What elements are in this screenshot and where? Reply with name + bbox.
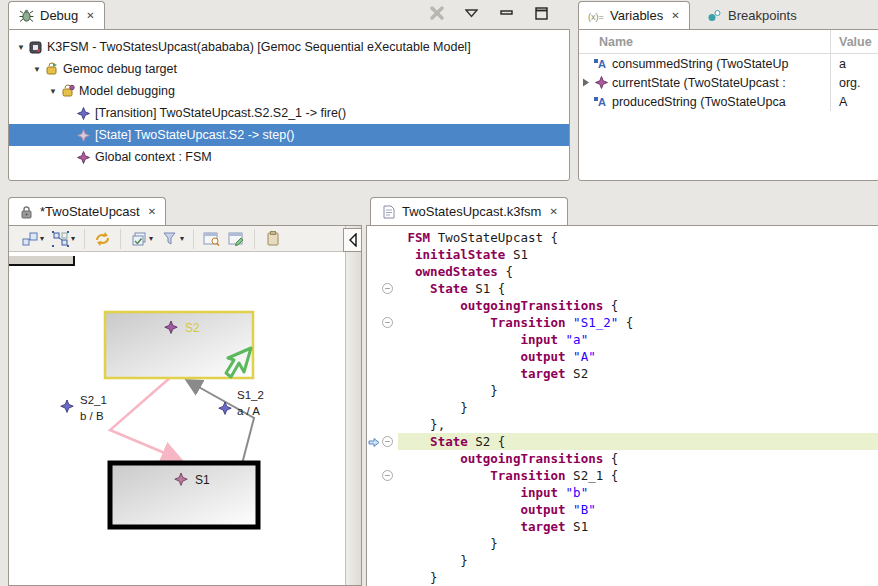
code-gutter[interactable] xyxy=(367,348,398,365)
tab-variables[interactable]: (x)= Variables ✕ xyxy=(578,1,690,29)
transition-s2-1-name[interactable]: S2_1 xyxy=(80,394,107,406)
code-gutter[interactable] xyxy=(367,535,398,552)
transition-edge-s2-1[interactable] xyxy=(110,376,179,459)
code-gutter[interactable] xyxy=(367,229,398,246)
code-line-text: initialState S1 xyxy=(398,246,878,263)
code-line[interactable]: target S2 xyxy=(367,365,878,382)
arrange-button[interactable]: ▾ xyxy=(48,228,79,250)
code-line[interactable]: outgoingTransitions { xyxy=(367,450,878,467)
code-line[interactable]: } xyxy=(367,399,878,416)
palette-collapse-button[interactable] xyxy=(343,228,362,252)
variables-table-header[interactable]: Name Value xyxy=(579,30,878,54)
column-value[interactable]: Value xyxy=(830,30,878,53)
code-gutter[interactable]: − xyxy=(367,314,398,331)
remove-terminated-icon[interactable] xyxy=(428,5,445,21)
code-gutter[interactable] xyxy=(367,246,398,263)
view-menu-icon[interactable] xyxy=(463,5,480,21)
code-line[interactable]: } xyxy=(367,535,878,552)
code-gutter[interactable]: − xyxy=(367,433,398,450)
code-line[interactable]: − Transition "S1_2" { xyxy=(367,314,878,331)
debug-tree-row[interactable]: ▼K3FSM - TwoStatesUpcast(abababa) [Gemoc… xyxy=(9,36,569,58)
code-gutter[interactable] xyxy=(367,552,398,569)
variable-row[interactable]: AproducedString (TwoStateUpcaA xyxy=(579,92,878,111)
chevron-down-icon[interactable]: ▾ xyxy=(149,234,153,243)
code-gutter[interactable] xyxy=(367,399,398,416)
tree-expander-icon[interactable]: ▼ xyxy=(31,65,43,74)
filter-button[interactable]: ▾ xyxy=(157,228,188,250)
code-gutter[interactable] xyxy=(367,331,398,348)
chevron-down-icon[interactable]: ▾ xyxy=(40,234,44,243)
code-text-area[interactable]: FSM TwoStateUpcast { initialState S1 own… xyxy=(366,225,878,586)
tab-code-editor[interactable]: TwoStatesUpcast.k3fsm ✕ xyxy=(370,197,568,225)
minimize-icon[interactable] xyxy=(498,5,515,21)
code-line[interactable]: target S1 xyxy=(367,518,878,535)
maximize-icon[interactable] xyxy=(533,5,550,21)
code-gutter[interactable] xyxy=(367,501,398,518)
code-gutter[interactable] xyxy=(367,450,398,467)
code-line[interactable]: } xyxy=(367,382,878,399)
code-gutter[interactable]: − xyxy=(367,280,398,297)
clipboard-button[interactable] xyxy=(260,228,285,250)
expander-right-icon[interactable] xyxy=(579,78,593,87)
tab-diagram-editor[interactable]: *TwoStateUpcast ✕ xyxy=(8,197,166,225)
close-icon[interactable]: ✕ xyxy=(549,206,557,217)
code-line[interactable]: ownedStates { xyxy=(367,263,878,280)
code-line[interactable]: input "a" xyxy=(367,331,878,348)
state-s1-label[interactable]: S1 xyxy=(195,473,210,487)
refresh-button[interactable] xyxy=(90,228,115,250)
code-line[interactable]: FSM TwoStateUpcast { xyxy=(367,229,878,246)
properties-window-button[interactable] xyxy=(199,228,224,250)
code-line[interactable]: − Transition S2_1 { xyxy=(367,467,878,484)
code-gutter[interactable] xyxy=(367,569,398,586)
code-gutter[interactable] xyxy=(367,484,398,501)
tab-debug[interactable]: Debug ✕ xyxy=(8,1,105,29)
code-line[interactable]: } xyxy=(367,569,878,586)
fold-collapse-icon[interactable]: − xyxy=(382,283,393,294)
close-icon[interactable]: ✕ xyxy=(148,206,156,217)
tree-expander-icon[interactable]: ▼ xyxy=(15,43,27,52)
state-s2-label[interactable]: S2 xyxy=(185,321,200,335)
tree-expander-icon[interactable]: ▼ xyxy=(47,87,59,96)
code-line[interactable]: outgoingTransitions { xyxy=(367,297,878,314)
code-line[interactable]: − State S2 { xyxy=(367,433,878,450)
column-name[interactable]: Name xyxy=(579,35,830,49)
debug-tree-row[interactable]: [State] TwoStateUpcast.S2 -> step() xyxy=(9,124,569,146)
code-line[interactable]: } xyxy=(367,552,878,569)
edit-window-button[interactable] xyxy=(224,228,249,250)
fold-collapse-icon[interactable]: − xyxy=(382,436,393,447)
code-line[interactable]: − State S1 { xyxy=(367,280,878,297)
transition-s1-2-name[interactable]: S1_2 xyxy=(237,389,264,401)
close-icon[interactable]: ✕ xyxy=(671,10,679,21)
code-line[interactable]: input "b" xyxy=(367,484,878,501)
debug-tree-row[interactable]: ▼Gemoc debug target xyxy=(9,58,569,80)
diagram-canvas[interactable]: S2 S1 S2_1 b / B S1_2 a / A xyxy=(9,252,345,586)
code-gutter[interactable]: − xyxy=(367,467,398,484)
variable-row[interactable]: AconsummedString (TwoStateUpa xyxy=(579,54,878,73)
chevron-down-icon[interactable]: ▾ xyxy=(180,234,184,243)
code-gutter[interactable] xyxy=(367,518,398,535)
state-node-s2[interactable] xyxy=(105,312,253,378)
code-line[interactable]: }, xyxy=(367,416,878,433)
code-line[interactable]: output "B" xyxy=(367,501,878,518)
variable-row[interactable]: currentState (TwoStateUpcast :org. xyxy=(579,73,878,92)
code-line[interactable]: output "A" xyxy=(367,348,878,365)
code-gutter[interactable] xyxy=(367,382,398,399)
code-gutter[interactable] xyxy=(367,365,398,382)
code-gutter[interactable] xyxy=(367,416,398,433)
close-icon[interactable]: ✕ xyxy=(86,10,94,21)
fold-collapse-icon[interactable]: − xyxy=(382,317,393,328)
debug-tree-row[interactable]: Global context : FSM xyxy=(9,146,569,168)
tab-breakpoints[interactable]: Breakpoints xyxy=(696,1,807,29)
layers-button[interactable]: ▾ xyxy=(126,228,157,250)
code-line[interactable]: initialState S1 xyxy=(367,246,878,263)
chevron-down-icon[interactable]: ▾ xyxy=(71,234,75,243)
layout-button[interactable]: ▾ xyxy=(17,228,48,250)
code-gutter[interactable] xyxy=(367,263,398,280)
debug-tree-row[interactable]: [Transition] TwoStateUpcast.S2.S2_1 -> f… xyxy=(9,102,569,124)
fold-collapse-icon[interactable]: − xyxy=(382,470,393,481)
code-gutter[interactable] xyxy=(367,297,398,314)
transition-s1-2-guard[interactable]: a / A xyxy=(237,405,260,417)
debug-tree-row[interactable]: ▼Model debugging xyxy=(9,80,569,102)
state-node-s1[interactable] xyxy=(110,463,258,527)
transition-s2-1-guard[interactable]: b / B xyxy=(80,410,104,422)
